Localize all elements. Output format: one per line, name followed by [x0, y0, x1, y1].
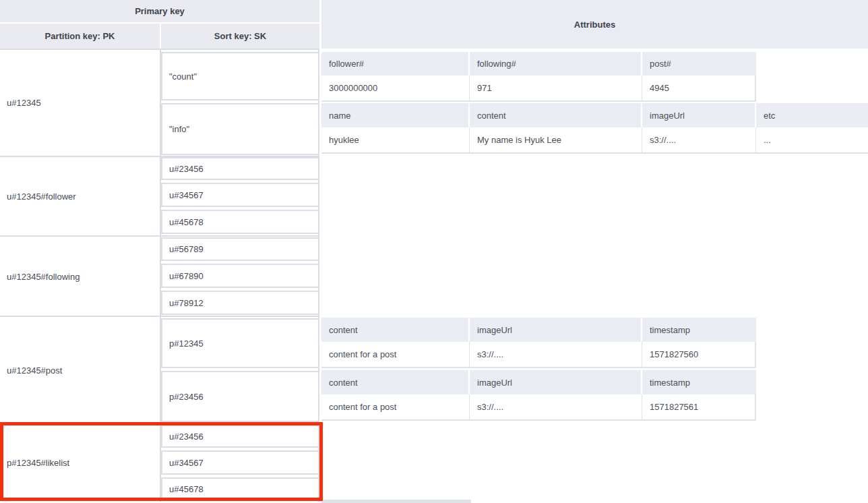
attr-header-cell: content [321, 318, 470, 342]
sk-cell: u#45678 [161, 210, 319, 234]
attr-value-cell: 1571827560 [642, 342, 756, 368]
sk-cell-p23456: p#23456 [161, 371, 319, 422]
attr-header-cell: content [321, 370, 470, 394]
attr-value-cell: 971 [470, 76, 642, 102]
pk-u12345: u#12345 [7, 98, 41, 109]
sk-cell: u#67890 [161, 264, 319, 288]
sort-key-header: Sort key: SK [161, 24, 319, 49]
data-model-diagram: Primary key Partition key: PK Sort key: … [0, 0, 868, 503]
attr-header-cell: following# [470, 52, 642, 76]
attr-header-cell: imageUrl [642, 103, 756, 127]
attr-header-cell: timestamp [642, 318, 756, 342]
pk-u12345-post: u#12345#post [7, 365, 62, 376]
primary-key-header: Primary key [0, 0, 319, 22]
attr-header-cell: follower# [321, 52, 470, 76]
sk-cell: u#34567 [161, 183, 319, 207]
attr-value-cell: s3://.... [470, 342, 642, 368]
attr-header-cell: etc [756, 103, 868, 127]
attr-value-cell: 1571827561 [642, 394, 756, 421]
attr-value-cell: My name is Hyuk Lee [470, 127, 642, 154]
sk-cell: u#78912 [161, 291, 319, 315]
attr-table-post-2: content imageUrl timestamp content for a… [321, 370, 756, 421]
attr-header-cell: post# [642, 52, 756, 76]
next-attr-table-edge [321, 500, 471, 503]
sk-cell: u#23456 [161, 157, 319, 180]
pk-u12345-follower: u#12345#follower [7, 191, 76, 202]
attr-header-cell: imageUrl [470, 370, 642, 394]
attr-value-cell: 4945 [642, 76, 756, 102]
attr-value-cell: hyuklee [321, 127, 470, 154]
attr-value-cell: ... [756, 127, 868, 154]
attr-value-cell: 3000000000 [321, 76, 470, 102]
attr-header-cell: content [470, 103, 642, 127]
attr-value-cell: s3://.... [642, 127, 756, 154]
attr-header-cell: name [321, 103, 470, 127]
partition-key-header: Partition key: PK [0, 24, 160, 49]
sk-cell-count: "count" [161, 52, 319, 100]
sk-cell-p12345: p#12345 [161, 318, 319, 368]
attr-value-cell: content for a post [321, 342, 470, 368]
attr-value-cell: s3://.... [470, 394, 642, 421]
attributes-header: Attributes [321, 0, 868, 49]
attr-value-cell: content for a post [321, 394, 470, 421]
highlight-box-likelist [0, 422, 323, 501]
attr-table-post-1: content imageUrl timestamp content for a… [321, 318, 756, 368]
attr-header-cell: imageUrl [470, 318, 642, 342]
pk-u12345-following: u#12345#following [7, 272, 80, 283]
attr-table-count: follower# following# post# 3000000000 97… [321, 52, 756, 102]
sk-cell-info: "info" [161, 103, 319, 155]
attr-header-cell: timestamp [642, 370, 756, 394]
attr-table-info: name content imageUrl etc hyuklee My nam… [321, 103, 868, 154]
sk-cell: u#56789 [161, 237, 319, 261]
